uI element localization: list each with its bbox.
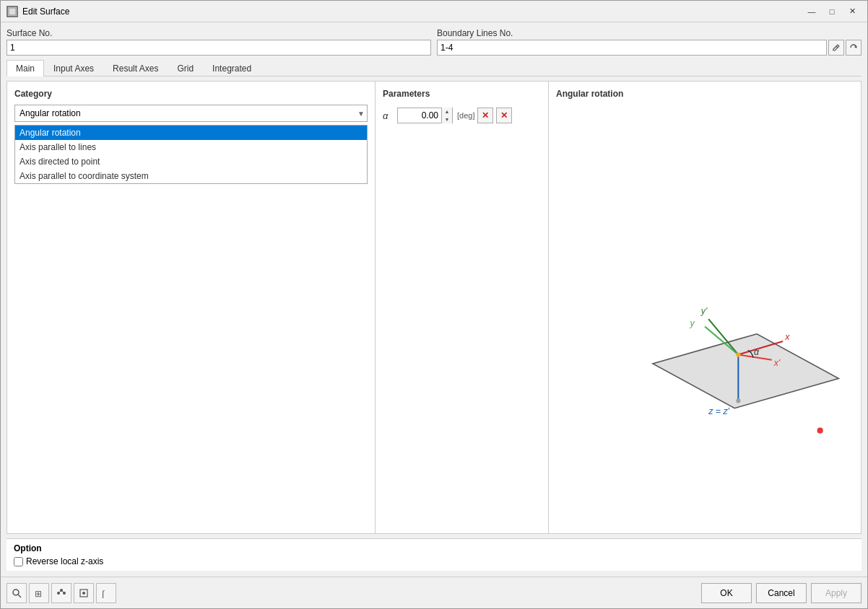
svg-text:y': y': [700, 306, 708, 316]
left-panel: Category Angular rotation Axis parallel …: [7, 82, 376, 533]
category-dropdown-container: Angular rotation Axis parallel to lines …: [14, 105, 368, 122]
calc-tool-button[interactable]: ∫: [96, 583, 116, 603]
tab-integrated[interactable]: Integrated: [203, 60, 261, 76]
alpha-action-y[interactable]: ✕: [496, 108, 512, 123]
visualization-area: z = z' y' y x: [556, 105, 854, 526]
tabs-row: Main Input Axes Result Axes Grid Integra…: [6, 60, 862, 76]
surface-no-group: Surface No.: [6, 28, 431, 56]
svg-text:α: α: [754, 347, 760, 357]
parameters-label: Parameters: [383, 89, 541, 99]
minimize-button[interactable]: —: [802, 4, 821, 19]
category-section: Category Angular rotation Axis parallel …: [14, 89, 368, 184]
maximize-button[interactable]: □: [823, 4, 841, 19]
list-item-angular-rotation[interactable]: Angular rotation: [15, 126, 367, 140]
surface-no-label: Surface No.: [6, 28, 431, 38]
alpha-action-x[interactable]: ✕: [477, 108, 493, 123]
svg-point-18: [736, 353, 740, 357]
cancel-button[interactable]: Cancel: [756, 583, 807, 603]
svg-point-17: [817, 428, 823, 434]
content-area: Surface No. Boundary Lines No.: [1, 22, 867, 577]
grid-tool-button[interactable]: ⊞: [29, 583, 49, 603]
title-bar-buttons: — □ ✕: [802, 4, 862, 19]
reverse-z-text: Reverse local z-axis: [26, 556, 103, 566]
reverse-z-checkbox[interactable]: [14, 557, 23, 566]
boundary-input-row: [437, 40, 862, 56]
view-tool-button[interactable]: [74, 583, 94, 603]
node-tool-button[interactable]: [51, 583, 71, 603]
svg-line-20: [18, 595, 21, 597]
window-icon: [6, 6, 18, 17]
main-panels: Category Angular rotation Axis parallel …: [6, 81, 862, 534]
surface-no-input[interactable]: [6, 40, 431, 56]
svg-line-26: [61, 590, 64, 593]
reverse-z-label[interactable]: Reverse local z-axis: [14, 556, 103, 566]
boundary-lines-group: Boundary Lines No.: [437, 28, 862, 56]
svg-point-19: [13, 590, 19, 595]
svg-line-25: [58, 590, 61, 593]
svg-line-2: [836, 46, 838, 48]
list-item-axis-directed-point[interactable]: Axis directed to point: [15, 154, 367, 169]
boundary-edit-button[interactable]: [828, 40, 844, 56]
search-tool-button[interactable]: [6, 583, 27, 603]
angular-rotation-diagram: z = z' y' y x: [556, 105, 854, 526]
category-dropdown-list: Angular rotation Axis parallel to lines …: [14, 125, 368, 184]
svg-text:x': x': [773, 358, 781, 368]
category-dropdown[interactable]: Angular rotation Axis parallel to lines …: [14, 105, 368, 122]
middle-panel: Parameters α ▲ ▼ [deg] ✕ ✕: [376, 82, 549, 533]
apply-button[interactable]: Apply: [811, 583, 862, 603]
footer-bar: ⊞ ∫: [1, 577, 867, 608]
title-bar: Edit Surface — □ ✕: [1, 1, 867, 22]
right-panel: Angular rotation: [549, 82, 861, 533]
boundary-lines-input[interactable]: [437, 40, 827, 56]
angular-rotation-title: Angular rotation: [556, 89, 854, 99]
window-title: Edit Surface: [22, 6, 802, 17]
list-item-axis-parallel-coord[interactable]: Axis parallel to coordinate system: [15, 169, 367, 183]
footer-actions: OK Cancel Apply: [701, 583, 862, 603]
alpha-spinner-up[interactable]: ▲: [442, 108, 452, 115]
ok-button[interactable]: OK: [701, 583, 752, 603]
svg-rect-1: [9, 8, 16, 15]
edit-surface-window: Edit Surface — □ ✕ Surface No. Boundary …: [0, 0, 868, 609]
svg-point-15: [736, 398, 740, 403]
alpha-spinner-down[interactable]: ▼: [442, 115, 452, 123]
svg-marker-4: [653, 334, 839, 408]
svg-point-28: [82, 592, 85, 595]
boundary-lines-label: Boundary Lines No.: [437, 28, 862, 38]
alpha-input-group: ▲ ▼: [397, 108, 453, 123]
tab-result-axes[interactable]: Result Axes: [103, 60, 168, 76]
svg-text:⊞: ⊞: [35, 589, 42, 598]
alpha-input[interactable]: [398, 108, 441, 123]
alpha-unit: [deg]: [457, 111, 474, 120]
tab-main[interactable]: Main: [6, 60, 44, 76]
footer-tools: ⊞ ∫: [6, 583, 698, 603]
alpha-param-row: α ▲ ▼ [deg] ✕ ✕: [383, 108, 541, 123]
boundary-refresh-button[interactable]: [846, 40, 862, 56]
svg-text:z = z': z = z': [708, 406, 729, 416]
panels-wrapper: Category Angular rotation Axis parallel …: [6, 81, 862, 534]
alpha-symbol: α: [383, 110, 394, 121]
option-label: Option: [14, 543, 42, 553]
close-button[interactable]: ✕: [843, 4, 862, 19]
option-section: Reverse local z-axis: [14, 556, 854, 566]
tab-input-axes[interactable]: Input Axes: [44, 60, 103, 76]
bottom-section: Option Reverse local z-axis: [6, 538, 862, 571]
svg-text:x: x: [784, 332, 790, 342]
svg-text:y: y: [689, 318, 695, 328]
top-fields-row: Surface No. Boundary Lines No.: [6, 28, 862, 56]
tab-grid[interactable]: Grid: [168, 60, 203, 76]
category-label: Category: [14, 89, 368, 99]
alpha-spinners: ▲ ▼: [441, 108, 452, 123]
list-item-axis-parallel-lines[interactable]: Axis parallel to lines: [15, 140, 367, 154]
svg-text:∫: ∫: [101, 589, 105, 598]
